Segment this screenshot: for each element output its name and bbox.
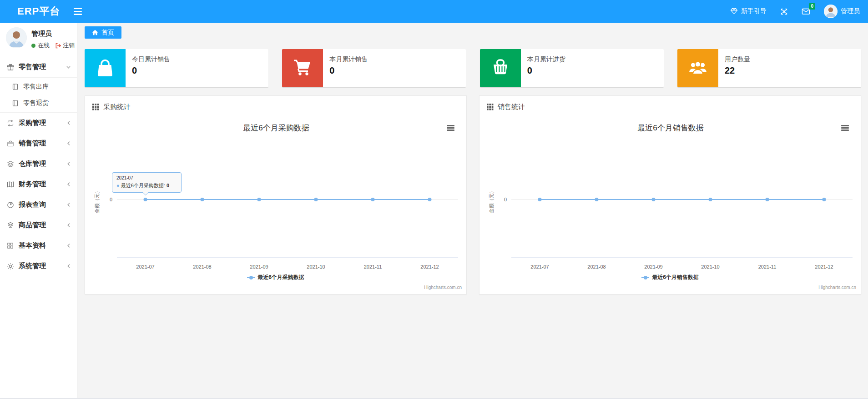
sidebar-item-retail-return[interactable]: 零售退货 <box>0 95 77 111</box>
box-icon <box>6 222 14 229</box>
chevron-left-icon <box>66 263 71 269</box>
stat-card-month-sales: 本月累计销售 0 <box>282 49 466 87</box>
sidebar-item-purchase[interactable]: 采购管理 <box>0 113 77 133</box>
sales-chart-svg: 最近6个月销售数据金额（元）02021-072021-082021-092021… <box>479 119 861 289</box>
sidebar-item-retail[interactable]: 零售管理 <box>0 57 77 77</box>
grid-icon <box>6 242 14 249</box>
sidebar-item-label: 报表查询 <box>19 200 46 209</box>
stat-value: 0 <box>527 65 565 76</box>
exchange-icon <box>6 120 14 127</box>
chevron-left-icon <box>66 140 71 146</box>
svg-text:最近6个月销售数据: 最近6个月销售数据 <box>637 124 703 132</box>
svg-text:2021-11: 2021-11 <box>758 264 777 269</box>
chart-context-menu-button[interactable] <box>841 125 849 131</box>
shopping-bag-icon <box>85 49 126 87</box>
sidebar-submenu-retail: 零售出库 零售退货 <box>0 77 77 113</box>
document-icon <box>11 84 19 90</box>
sales-chart: 最近6个月销售数据金额（元）02021-072021-082021-092021… <box>479 119 861 289</box>
sidebar-item-label: 系统管理 <box>19 262 46 270</box>
purchase-chart: 最近6个月采购数据金额（元）02021-072021-082021-092021… <box>85 119 466 289</box>
sidebar-item-label: 销售管理 <box>19 139 46 148</box>
sidebar-item-sales[interactable]: 销售管理 <box>0 133 77 154</box>
sidebar-item-goods[interactable]: 商品管理 <box>0 215 77 235</box>
svg-text:2021-11: 2021-11 <box>364 264 382 269</box>
guide-button[interactable]: 新手引导 <box>730 7 767 16</box>
stat-value: 0 <box>329 65 368 76</box>
svg-text:最近6个月采购数据: 最近6个月采购数据 <box>243 124 309 132</box>
chart-panels-row: 采购统计 最近6个月采购数据金额（元）02021-072021-082021-0… <box>85 95 861 294</box>
gear-icon <box>6 263 14 270</box>
sales-stats-panel: 销售统计 最近6个月销售数据金额（元）02021-072021-082021-0… <box>479 95 861 294</box>
stat-cards-row: 今日累计销售 0 本月累计销售 0 <box>85 49 861 87</box>
tooltip-header: 2021-07 <box>116 175 177 180</box>
panel-header: 销售统计 <box>479 96 861 111</box>
sidebar-item-label: 仓库管理 <box>19 160 46 168</box>
sidebar-item-system[interactable]: 系统管理 <box>0 256 77 276</box>
purchase-stats-panel: 采购统计 最近6个月采购数据金额（元）02021-072021-082021-0… <box>85 95 467 294</box>
svg-text:2021-10: 2021-10 <box>701 264 719 269</box>
stat-label: 用户数量 <box>725 55 750 64</box>
svg-text:0: 0 <box>110 197 112 202</box>
sidebar-item-label: 零售出库 <box>23 83 49 91</box>
legend-item[interactable]: 最近6个月采购数据 <box>247 274 304 281</box>
th-grid-icon <box>92 104 99 110</box>
shopping-cart-icon <box>282 49 323 87</box>
chart-tooltip: 2021-07 ● 最近6个月采购数据: 0 <box>112 172 182 193</box>
svg-text:2021-08: 2021-08 <box>587 264 606 269</box>
main-content: 首页 今日累计销售 0 <box>78 23 868 398</box>
sidebar-user-panel: 管理员 在线 注销 <box>0 23 77 55</box>
legend-marker-icon <box>641 275 649 279</box>
sidebar-item-retail-outbound[interactable]: 零售出库 <box>0 79 77 95</box>
sidebar-menu: 零售管理 零售出库 <box>0 57 77 276</box>
th-grid-icon <box>487 104 494 110</box>
sidebar-item-reports[interactable]: 报表查询 <box>0 195 77 215</box>
stat-label: 本月累计销售 <box>329 55 368 64</box>
sidebar-item-label: 零售管理 <box>19 63 46 71</box>
stat-value: 0 <box>132 65 170 76</box>
panel-title: 采购统计 <box>103 103 131 111</box>
sidebar: 管理员 在线 注销 <box>0 23 77 398</box>
sidebar-item-label: 财务管理 <box>19 180 46 189</box>
legend-label: 最近6个月采购数据 <box>257 274 304 281</box>
svg-text:2021-09: 2021-09 <box>250 264 268 269</box>
svg-text:2021-10: 2021-10 <box>307 264 325 269</box>
layers-icon <box>6 160 14 168</box>
guide-label: 新手引导 <box>741 7 767 15</box>
chart-context-menu-button[interactable] <box>447 125 454 131</box>
online-status-label: 在线 <box>38 41 50 50</box>
svg-text:2021-07: 2021-07 <box>530 264 549 269</box>
avatar <box>6 27 27 48</box>
panel-title: 销售统计 <box>498 103 525 111</box>
page-footer <box>0 398 868 404</box>
briefcase-icon <box>6 140 14 147</box>
sidebar-item-warehouse[interactable]: 仓库管理 <box>0 154 77 174</box>
tab-home-label: 首页 <box>101 29 114 37</box>
purchase-chart-svg: 最近6个月采购数据金额（元）02021-072021-082021-092021… <box>85 119 466 289</box>
stat-card-user-count: 用户数量 22 <box>677 49 861 87</box>
legend-label: 最近6个月销售数据 <box>652 274 699 281</box>
svg-text:2021-08: 2021-08 <box>193 264 211 269</box>
svg-text:2021-12: 2021-12 <box>420 264 439 269</box>
sign-out-icon <box>55 43 61 49</box>
highcharts-credits-link[interactable]: Highcharts.com.cn <box>818 285 856 290</box>
pie-chart-icon <box>6 201 14 209</box>
user-menu[interactable]: 管理员 <box>824 5 860 18</box>
messages-button[interactable]: 0 <box>802 8 810 15</box>
sidebar-item-finance[interactable]: 财务管理 <box>0 174 77 195</box>
fullscreen-button[interactable] <box>780 8 788 15</box>
legend-item[interactable]: 最近6个月销售数据 <box>641 274 699 281</box>
highcharts-credits-link[interactable]: Highcharts.com.cn <box>424 285 462 290</box>
stat-label: 本月累计进货 <box>527 55 565 64</box>
shopping-basket-icon <box>480 49 521 87</box>
svg-text:2021-07: 2021-07 <box>136 264 154 269</box>
sidebar-toggle-button[interactable] <box>74 8 82 15</box>
sidebar-item-basic-data[interactable]: 基本资料 <box>0 235 77 256</box>
chevron-left-icon <box>66 202 71 208</box>
gem-icon <box>730 7 738 16</box>
svg-text:金额（元）: 金额（元） <box>94 189 100 214</box>
sidebar-item-label: 基本资料 <box>19 241 46 250</box>
tab-home[interactable]: 首页 <box>85 26 121 39</box>
chevron-left-icon <box>66 222 71 228</box>
panel-header: 采购统计 <box>85 96 466 111</box>
logout-link[interactable]: 注销 <box>55 41 75 50</box>
